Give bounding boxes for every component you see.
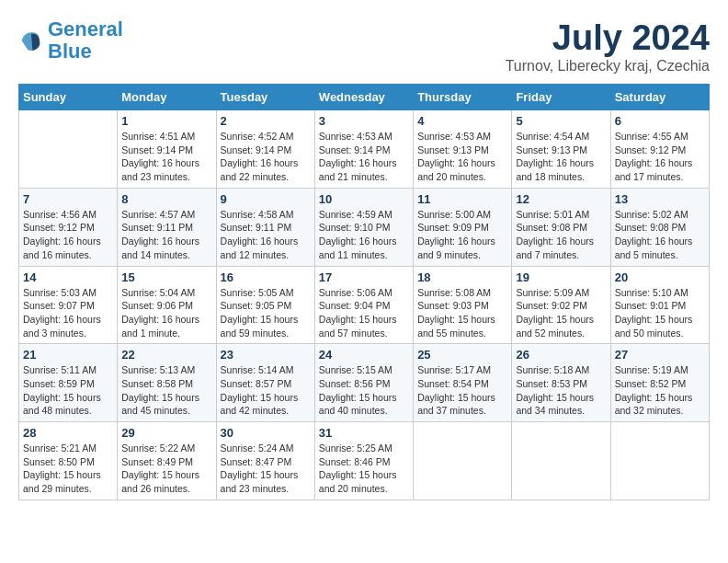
calendar-cell	[19, 110, 118, 189]
day-number: 3	[319, 114, 409, 128]
calendar-cell: 13 Sunrise: 5:02 AMSunset: 9:08 PMDaylig…	[610, 188, 709, 266]
day-info: Sunrise: 5:03 AMSunset: 9:07 PMDaylight:…	[23, 286, 113, 340]
calendar-cell: 16 Sunrise: 5:05 AMSunset: 9:05 PMDaylig…	[216, 266, 314, 344]
header-section: General Blue July 2024 Turnov, Liberecky…	[18, 18, 710, 75]
day-number: 12	[516, 192, 606, 206]
calendar-cell: 31 Sunrise: 5:25 AMSunset: 8:46 PMDaylig…	[314, 422, 413, 500]
calendar-week-row: 14 Sunrise: 5:03 AMSunset: 9:07 PMDaylig…	[19, 266, 710, 344]
day-info: Sunrise: 5:18 AMSunset: 8:53 PMDaylight:…	[516, 363, 606, 418]
logo-icon	[18, 28, 44, 53]
calendar-cell: 14 Sunrise: 5:03 AMSunset: 9:07 PMDaylig…	[19, 266, 118, 344]
day-info: Sunrise: 5:25 AMSunset: 8:46 PMDaylight:…	[319, 442, 409, 496]
day-number: 9	[221, 192, 311, 206]
day-number: 6	[615, 114, 705, 128]
calendar-cell	[610, 422, 709, 500]
calendar-cell: 6 Sunrise: 4:55 AMSunset: 9:12 PMDayligh…	[610, 110, 709, 189]
day-info: Sunrise: 5:24 AMSunset: 8:47 PMDaylight:…	[221, 442, 311, 496]
month-year: July 2024	[506, 18, 710, 58]
calendar-week-row: 28 Sunrise: 5:21 AMSunset: 8:50 PMDaylig…	[19, 422, 710, 500]
calendar-cell: 22 Sunrise: 5:13 AMSunset: 8:58 PMDaylig…	[118, 344, 216, 422]
day-number: 24	[319, 348, 409, 362]
calendar-cell: 7 Sunrise: 4:56 AMSunset: 9:12 PMDayligh…	[19, 188, 118, 266]
day-info: Sunrise: 5:14 AMSunset: 8:57 PMDaylight:…	[221, 363, 311, 418]
day-info: Sunrise: 5:09 AMSunset: 9:02 PMDaylight:…	[516, 286, 606, 340]
calendar-cell: 4 Sunrise: 4:53 AMSunset: 9:13 PMDayligh…	[414, 110, 512, 189]
day-number: 15	[121, 270, 211, 284]
day-info: Sunrise: 5:06 AMSunset: 9:04 PMDaylight:…	[319, 286, 409, 340]
calendar-cell: 24 Sunrise: 5:15 AMSunset: 8:56 PMDaylig…	[314, 344, 413, 422]
day-info: Sunrise: 5:01 AMSunset: 9:08 PMDaylight:…	[516, 208, 606, 262]
day-info: Sunrise: 4:51 AMSunset: 9:14 PMDaylight:…	[121, 130, 211, 184]
calendar-cell: 19 Sunrise: 5:09 AMSunset: 9:02 PMDaylig…	[512, 266, 610, 344]
calendar-cell: 10 Sunrise: 4:59 AMSunset: 9:10 PMDaylig…	[314, 188, 413, 266]
calendar-cell: 28 Sunrise: 5:21 AMSunset: 8:50 PMDaylig…	[19, 422, 118, 500]
day-info: Sunrise: 4:54 AMSunset: 9:13 PMDaylight:…	[516, 130, 606, 184]
day-number: 14	[23, 270, 113, 284]
day-info: Sunrise: 5:10 AMSunset: 9:01 PMDaylight:…	[615, 286, 705, 340]
day-info: Sunrise: 4:55 AMSunset: 9:12 PMDaylight:…	[615, 130, 705, 184]
location: Turnov, Liberecky kraj, Czechia	[506, 58, 710, 75]
day-info: Sunrise: 4:58 AMSunset: 9:11 PMDaylight:…	[221, 208, 311, 262]
calendar-cell	[512, 422, 610, 500]
calendar-cell: 3 Sunrise: 4:53 AMSunset: 9:14 PMDayligh…	[314, 110, 413, 189]
calendar-cell	[414, 422, 512, 500]
day-number: 23	[221, 348, 311, 362]
day-number: 17	[319, 270, 409, 284]
day-info: Sunrise: 5:21 AMSunset: 8:50 PMDaylight:…	[23, 442, 113, 496]
calendar-cell: 5 Sunrise: 4:54 AMSunset: 9:13 PMDayligh…	[512, 110, 610, 189]
calendar-cell: 1 Sunrise: 4:51 AMSunset: 9:14 PMDayligh…	[118, 110, 216, 189]
day-number: 26	[516, 348, 606, 362]
calendar-cell: 8 Sunrise: 4:57 AMSunset: 9:11 PMDayligh…	[118, 188, 216, 266]
day-number: 8	[121, 192, 211, 206]
calendar-cell: 9 Sunrise: 4:58 AMSunset: 9:11 PMDayligh…	[216, 188, 314, 266]
day-number: 25	[417, 348, 507, 362]
logo: General Blue	[18, 18, 123, 63]
day-info: Sunrise: 4:57 AMSunset: 9:11 PMDaylight:…	[121, 208, 211, 262]
day-info: Sunrise: 4:56 AMSunset: 9:12 PMDaylight:…	[23, 208, 113, 262]
logo-text: General Blue	[48, 18, 123, 63]
calendar-week-row: 1 Sunrise: 4:51 AMSunset: 9:14 PMDayligh…	[19, 110, 710, 189]
calendar-cell: 23 Sunrise: 5:14 AMSunset: 8:57 PMDaylig…	[216, 344, 314, 422]
day-number: 29	[121, 426, 211, 440]
day-info: Sunrise: 5:17 AMSunset: 8:54 PMDaylight:…	[417, 363, 507, 418]
title-section: July 2024 Turnov, Liberecky kraj, Czechi…	[506, 18, 710, 75]
day-number: 30	[221, 426, 311, 440]
day-info: Sunrise: 4:59 AMSunset: 9:10 PMDaylight:…	[319, 208, 409, 262]
day-number: 5	[516, 114, 606, 128]
day-number: 18	[417, 270, 507, 284]
day-number: 21	[23, 348, 113, 362]
calendar-cell: 20 Sunrise: 5:10 AMSunset: 9:01 PMDaylig…	[610, 266, 709, 344]
day-number: 11	[417, 192, 507, 206]
calendar-header-row: Sunday Monday Tuesday Wednesday Thursday…	[19, 85, 710, 110]
calendar-cell: 26 Sunrise: 5:18 AMSunset: 8:53 PMDaylig…	[512, 344, 610, 422]
day-number: 16	[221, 270, 311, 284]
day-number: 19	[516, 270, 606, 284]
day-number: 10	[319, 192, 409, 206]
col-wednesday: Wednesday	[314, 85, 413, 110]
col-friday: Friday	[512, 85, 610, 110]
calendar-cell: 27 Sunrise: 5:19 AMSunset: 8:52 PMDaylig…	[610, 344, 709, 422]
col-thursday: Thursday	[414, 85, 512, 110]
day-info: Sunrise: 4:53 AMSunset: 9:13 PMDaylight:…	[417, 130, 507, 184]
calendar-cell: 15 Sunrise: 5:04 AMSunset: 9:06 PMDaylig…	[118, 266, 216, 344]
day-info: Sunrise: 5:19 AMSunset: 8:52 PMDaylight:…	[615, 363, 705, 418]
day-info: Sunrise: 4:53 AMSunset: 9:14 PMDaylight:…	[319, 130, 409, 184]
col-saturday: Saturday	[610, 85, 709, 110]
calendar-cell: 12 Sunrise: 5:01 AMSunset: 9:08 PMDaylig…	[512, 188, 610, 266]
calendar-table: Sunday Monday Tuesday Wednesday Thursday…	[18, 84, 710, 500]
calendar-cell: 30 Sunrise: 5:24 AMSunset: 8:47 PMDaylig…	[216, 422, 314, 500]
calendar-cell: 11 Sunrise: 5:00 AMSunset: 9:09 PMDaylig…	[414, 188, 512, 266]
col-sunday: Sunday	[19, 85, 118, 110]
calendar-week-row: 21 Sunrise: 5:11 AMSunset: 8:59 PMDaylig…	[19, 344, 710, 422]
day-number: 27	[615, 348, 705, 362]
col-monday: Monday	[118, 85, 216, 110]
day-number: 2	[221, 114, 311, 128]
day-info: Sunrise: 5:00 AMSunset: 9:09 PMDaylight:…	[417, 208, 507, 262]
day-number: 7	[23, 192, 113, 206]
day-number: 20	[615, 270, 705, 284]
calendar-cell: 18 Sunrise: 5:08 AMSunset: 9:03 PMDaylig…	[414, 266, 512, 344]
calendar-cell: 25 Sunrise: 5:17 AMSunset: 8:54 PMDaylig…	[414, 344, 512, 422]
day-info: Sunrise: 5:13 AMSunset: 8:58 PMDaylight:…	[121, 363, 211, 418]
day-info: Sunrise: 5:05 AMSunset: 9:05 PMDaylight:…	[221, 286, 311, 340]
calendar-cell: 17 Sunrise: 5:06 AMSunset: 9:04 PMDaylig…	[314, 266, 413, 344]
